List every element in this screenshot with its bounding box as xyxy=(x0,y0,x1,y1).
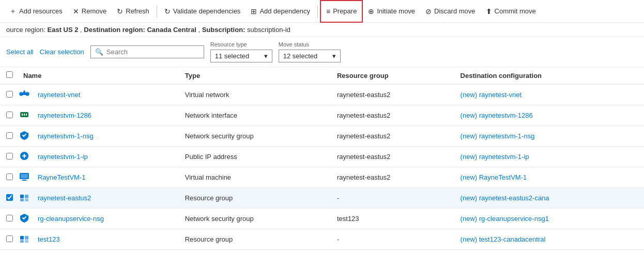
validate-icon: ↻ xyxy=(164,7,171,15)
row-checkbox-cell xyxy=(0,147,17,167)
resource-name-link[interactable]: raynetestvm-1-ip xyxy=(38,153,88,161)
resource-name-cell: raynetest-vnet xyxy=(32,84,179,105)
row-checkbox[interactable] xyxy=(6,173,13,180)
resource-name-link[interactable]: raynetest-vnet xyxy=(38,91,80,99)
dest-value: Canada Central xyxy=(147,26,196,34)
resource-name-link[interactable]: rg-cleanupservice-nsg xyxy=(38,215,104,223)
table-body: raynetest-vnet Virtual network raynetest… xyxy=(0,84,644,250)
commit-move-button[interactable]: ⬆ Commit move xyxy=(481,0,541,23)
resource-name-link[interactable]: raynetestvm-1-nsg xyxy=(38,132,94,140)
destination-link[interactable]: (new) RayneTestVM-1 xyxy=(461,173,527,181)
initiate-move-button[interactable]: ⊕ Initiate move xyxy=(363,0,420,23)
move-status-filter-group: Move status 12 selected ▾ xyxy=(279,41,341,62)
svg-rect-5 xyxy=(22,114,23,116)
resource-name-link[interactable]: test123 xyxy=(38,235,60,243)
destination-link[interactable]: (new) raynetest-eastus2-cana xyxy=(461,194,549,202)
row-checkbox[interactable] xyxy=(6,235,13,242)
resource-type-cell: Network security group xyxy=(179,126,331,147)
resource-name-cell: raynetestvm-1-ip xyxy=(32,147,179,167)
resource-type-cell: Public IP address xyxy=(179,147,331,167)
destination-config-cell: (new) raynetestvm-1-nsg xyxy=(454,126,644,147)
refresh-button[interactable]: ↻ Refresh xyxy=(112,0,155,23)
move-status-dropdown[interactable]: 12 selected ▾ xyxy=(279,50,341,62)
select-all-link[interactable]: Select all xyxy=(6,48,34,56)
search-box[interactable]: 🔍 xyxy=(90,45,204,58)
table-row: RayneTestVM-1 Virtual machine raynetest-… xyxy=(0,167,644,188)
resource-name-link[interactable]: raynetestvm-1286 xyxy=(38,112,91,119)
resource-type-label: Resource type xyxy=(210,41,272,47)
vnet-icon xyxy=(19,93,29,101)
row-checkbox[interactable] xyxy=(6,132,13,139)
add-resources-button[interactable]: ＋ Add resources xyxy=(4,0,68,23)
table-row: raynetestvm-1286 Network interface rayne… xyxy=(0,105,644,126)
table-row: raynetestvm-1-nsg Network security group… xyxy=(0,126,644,147)
svg-rect-16 xyxy=(25,195,28,198)
source-label: ource region: xyxy=(6,26,48,34)
row-checkbox[interactable] xyxy=(6,153,13,160)
destination-link[interactable]: (new) test123-canadacentral xyxy=(461,235,546,243)
resource-icon-cell xyxy=(17,147,32,167)
resource-icon-cell xyxy=(17,126,32,147)
nsg-icon xyxy=(19,134,29,142)
resource-icon-cell xyxy=(17,167,32,188)
row-checkbox[interactable] xyxy=(6,91,13,98)
discard-move-button[interactable]: ⊘ Discard move xyxy=(420,0,480,23)
row-checkbox-cell xyxy=(0,84,17,105)
validate-dependencies-button[interactable]: ↻ Validate dependencies xyxy=(159,0,246,23)
resource-type-cell: Resource group xyxy=(179,229,331,250)
add-dependency-button[interactable]: ⊞ Add dependency xyxy=(246,0,315,23)
validate-label: Validate dependencies xyxy=(173,7,241,15)
remove-button[interactable]: ✕ Remove xyxy=(68,0,112,23)
svg-rect-15 xyxy=(20,195,24,198)
col-type: Type xyxy=(179,67,331,84)
destination-link[interactable]: (new) rg-cleanupservice-nsg1 xyxy=(461,215,549,223)
resource-group-cell: raynetest-eastus2 xyxy=(331,84,454,105)
prepare-label: Prepare xyxy=(333,7,357,15)
move-status-value: 12 selected xyxy=(283,52,318,60)
filter-bar: Select all Clear selection 🔍 Resource ty… xyxy=(0,37,644,67)
rg-icon xyxy=(19,196,29,204)
svg-rect-0 xyxy=(20,93,28,95)
destination-config-cell: (new) raynetest-eastus2-cana xyxy=(454,188,644,209)
table-row: raynetest-eastus2 Resource group - (new)… xyxy=(0,188,644,209)
svg-rect-10 xyxy=(24,154,25,158)
row-checkbox-cell xyxy=(0,167,17,188)
row-checkbox[interactable] xyxy=(6,215,13,221)
resource-name-cell: raynetestvm-1-nsg xyxy=(32,126,179,147)
commit-move-label: Commit move xyxy=(495,7,536,15)
destination-link[interactable]: (new) raynetestvm-1-ip xyxy=(461,153,529,161)
resource-icon-cell xyxy=(17,105,32,126)
resource-type-dropdown[interactable]: 11 selected ▾ xyxy=(210,50,272,62)
destination-link[interactable]: (new) raynetest-vnet xyxy=(461,91,522,99)
select-all-checkbox[interactable] xyxy=(6,71,13,78)
row-checkbox[interactable] xyxy=(6,194,13,201)
resource-group-cell: - xyxy=(331,188,454,209)
destination-link[interactable]: (new) raynetestvm-1286 xyxy=(461,112,533,119)
row-checkbox[interactable] xyxy=(6,112,13,118)
row-checkbox-cell xyxy=(0,105,17,126)
svg-rect-21 xyxy=(20,240,24,243)
svg-rect-18 xyxy=(25,199,28,201)
col-destination: Destination configuration xyxy=(454,67,644,84)
pip-icon xyxy=(19,155,29,163)
destination-link[interactable]: (new) raynetestvm-1-nsg xyxy=(461,132,535,140)
initiate-move-label: Initiate move xyxy=(377,7,415,15)
svg-rect-20 xyxy=(25,236,28,240)
resource-name-cell: rg-cleanupservice-nsg xyxy=(32,209,179,229)
toolbar-separator-2 xyxy=(317,5,318,18)
resource-type-cell: Resource group xyxy=(179,188,331,209)
svg-rect-22 xyxy=(25,240,28,243)
resource-name-link[interactable]: raynetest-eastus2 xyxy=(38,194,91,202)
clear-selection-link[interactable]: Clear selection xyxy=(40,48,84,56)
resource-name-link[interactable]: RayneTestVM-1 xyxy=(38,173,85,181)
nsg-icon xyxy=(19,217,29,225)
resources-table: Name Type Resource group Destination con… xyxy=(0,67,644,250)
svg-rect-12 xyxy=(21,174,28,178)
table-header: Name Type Resource group Destination con… xyxy=(0,67,644,84)
prepare-button[interactable]: ≡ Prepare xyxy=(320,0,363,23)
page-layout: ＋ Add resources ✕ Remove ↻ Refresh ↻ Val… xyxy=(0,0,644,270)
destination-config-cell: (new) raynetestvm-1286 xyxy=(454,105,644,126)
search-input[interactable] xyxy=(106,48,200,56)
add-icon: ＋ xyxy=(9,7,17,16)
resource-type-value: 11 selected xyxy=(215,52,250,60)
